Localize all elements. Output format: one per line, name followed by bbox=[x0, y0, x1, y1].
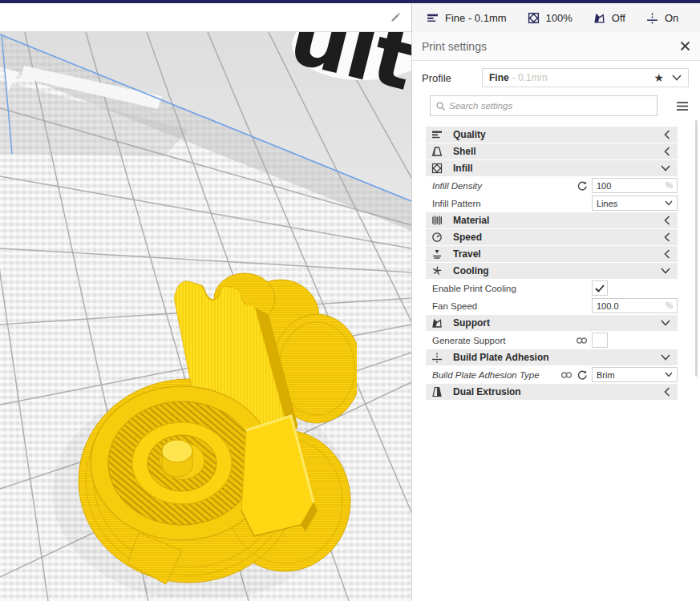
speed-gauge-icon bbox=[431, 232, 443, 243]
category-material[interactable]: Material bbox=[426, 212, 678, 228]
chevron-down-icon[interactable] bbox=[672, 75, 682, 81]
chevron-down-icon bbox=[665, 372, 673, 377]
infill-pattern-dropdown[interactable]: Lines bbox=[592, 196, 678, 211]
infill-density-field[interactable]: % bbox=[592, 178, 678, 193]
infill-icon bbox=[431, 163, 443, 174]
fan-speed-field[interactable]: % bbox=[592, 298, 678, 313]
filter-menu-icon[interactable] bbox=[676, 101, 689, 111]
toolbar-adhesion-item[interactable]: On bbox=[646, 12, 678, 24]
category-travel[interactable]: Travel bbox=[426, 246, 678, 262]
profile-value: Fine bbox=[489, 72, 509, 83]
window-accent-strip bbox=[0, 0, 700, 3]
category-infill[interactable]: Infill bbox=[426, 160, 678, 176]
chevron-down-icon bbox=[661, 165, 670, 171]
toolbar-support-label: Off bbox=[612, 12, 625, 24]
search-icon bbox=[435, 101, 446, 111]
infill-icon bbox=[528, 12, 540, 24]
favorite-star-icon[interactable]: ★ bbox=[653, 72, 664, 83]
reset-value-icon[interactable] bbox=[577, 180, 588, 192]
stage-edit-pencil-icon[interactable] bbox=[389, 11, 402, 24]
setting-adhesion-type: Build Plate Adhesion Type Brim bbox=[426, 366, 678, 383]
print-settings-summary-bar[interactable]: Fine - 0.1mm 100% Off On bbox=[411, 3, 700, 32]
category-cooling[interactable]: Cooling bbox=[426, 263, 678, 279]
quality-layers-icon bbox=[431, 129, 443, 140]
chevron-left-icon bbox=[664, 130, 670, 139]
profile-value-detail: - 0.1mm bbox=[512, 72, 548, 83]
shell-icon bbox=[431, 146, 443, 157]
search-row bbox=[412, 92, 700, 121]
category-shell[interactable]: Shell bbox=[426, 143, 678, 159]
fan-speed-input[interactable] bbox=[597, 301, 659, 311]
panel-header: Print settings bbox=[412, 32, 700, 61]
dual-extrusion-icon bbox=[431, 386, 443, 397]
enable-print-cooling-checkbox[interactable] bbox=[592, 280, 608, 296]
setting-infill-density: Infill Density % bbox=[426, 177, 678, 194]
infill-density-input[interactable] bbox=[597, 181, 659, 191]
search-input[interactable] bbox=[449, 101, 652, 111]
stage-header-bar bbox=[0, 3, 411, 32]
generate-support-checkbox[interactable] bbox=[592, 333, 608, 348]
travel-icon bbox=[431, 248, 443, 260]
close-icon[interactable] bbox=[680, 41, 690, 51]
print-settings-panel: Print settings Profile Fine - 0.1mm ★ bbox=[411, 32, 700, 601]
toolbar-infill-label: 100% bbox=[546, 12, 573, 24]
cooling-fan-icon bbox=[431, 265, 443, 276]
toolbar-infill-item[interactable]: 100% bbox=[528, 12, 573, 24]
linked-setting-icon[interactable] bbox=[576, 336, 588, 345]
reset-value-icon[interactable] bbox=[577, 369, 588, 381]
search-box[interactable] bbox=[430, 95, 658, 116]
quality-layers-icon bbox=[427, 12, 439, 24]
viewport-3d[interactable]: ulti bbox=[0, 32, 411, 601]
settings-list: Quality Shell Infill bbox=[412, 127, 700, 400]
setting-infill-pattern: Infill Pattern Lines bbox=[426, 195, 678, 212]
adhesion-type-dropdown[interactable]: Brim bbox=[592, 367, 678, 382]
category-dual-extrusion[interactable]: Dual Extrusion bbox=[426, 384, 678, 400]
panel-title: Print settings bbox=[422, 40, 487, 53]
category-speed[interactable]: Speed bbox=[426, 229, 678, 245]
category-build-plate-adhesion[interactable]: Build Plate Adhesion bbox=[426, 349, 678, 365]
panel-scrollbar[interactable] bbox=[695, 120, 698, 377]
chevron-down-icon bbox=[661, 354, 670, 361]
support-icon bbox=[431, 317, 443, 329]
linked-setting-icon[interactable] bbox=[560, 370, 573, 380]
chevron-down-icon bbox=[661, 320, 670, 326]
adhesion-icon bbox=[646, 12, 658, 24]
support-icon bbox=[593, 12, 605, 24]
chevron-left-icon bbox=[664, 249, 670, 259]
material-icon bbox=[431, 215, 443, 226]
chevron-down-icon bbox=[661, 268, 670, 274]
category-support[interactable]: Support bbox=[426, 315, 678, 331]
toolbar-profile-label: Fine - 0.1mm bbox=[445, 12, 507, 24]
chevron-left-icon bbox=[664, 147, 670, 156]
adhesion-icon bbox=[431, 352, 443, 363]
setting-generate-support: Generate Support bbox=[426, 332, 678, 349]
profile-label: Profile bbox=[422, 72, 482, 84]
toolbar-support-item[interactable]: Off bbox=[593, 12, 625, 24]
toolbar-adhesion-label: On bbox=[665, 12, 678, 24]
chevron-left-icon bbox=[664, 216, 670, 225]
profile-row: Profile Fine - 0.1mm ★ bbox=[412, 61, 700, 92]
toolbar-profile-item[interactable]: Fine - 0.1mm bbox=[427, 12, 507, 24]
chevron-down-icon bbox=[665, 200, 673, 206]
category-quality[interactable]: Quality bbox=[426, 127, 678, 143]
setting-enable-print-cooling: Enable Print Cooling bbox=[426, 280, 678, 296]
model-3d[interactable] bbox=[44, 268, 357, 597]
chevron-left-icon bbox=[664, 232, 670, 242]
setting-fan-speed: Fan Speed % bbox=[426, 297, 678, 314]
chevron-left-icon bbox=[664, 387, 670, 397]
profile-dropdown[interactable]: Fine - 0.1mm ★ bbox=[482, 68, 689, 87]
